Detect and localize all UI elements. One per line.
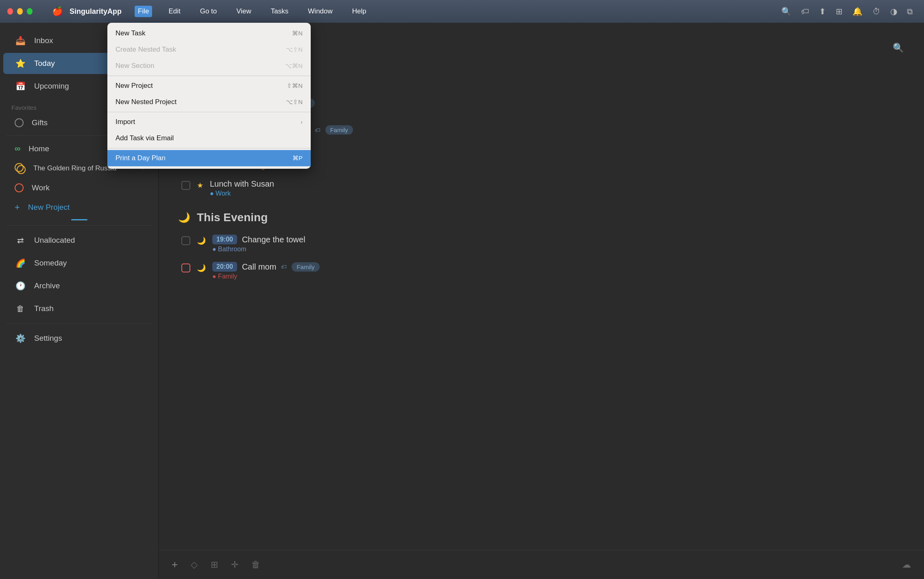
file-menu-dropdown: New Task ⌘N Create Nested Task ⌥⇧N New S… [107,23,311,169]
menu-item-new-task[interactable]: New Task ⌘N [107,25,311,41]
menu-item-add-task-email[interactable]: Add Task via Email [107,130,311,146]
menu-item-new-project[interactable]: New Project ⇧⌘N [107,78,311,94]
menu-item-new-nested-project[interactable]: New Nested Project ⌥⇧N [107,94,311,110]
dropdown-separator-2 [107,112,311,112]
menu-item-import[interactable]: Import › [107,114,311,130]
dropdown-separator-1 [107,76,311,76]
menu-item-create-nested-task: Create Nested Task ⌥⇧N [107,41,311,58]
dropdown-separator-3 [107,148,311,148]
menu-item-print-day-plan[interactable]: Print a Day Plan ⌘P [107,150,311,166]
menu-item-new-section: New Section ⌥⌘N [107,58,311,74]
import-arrow: › [301,119,303,125]
dropdown-overlay: New Task ⌘N Create Nested Task ⌥⇧N New S… [0,0,924,579]
